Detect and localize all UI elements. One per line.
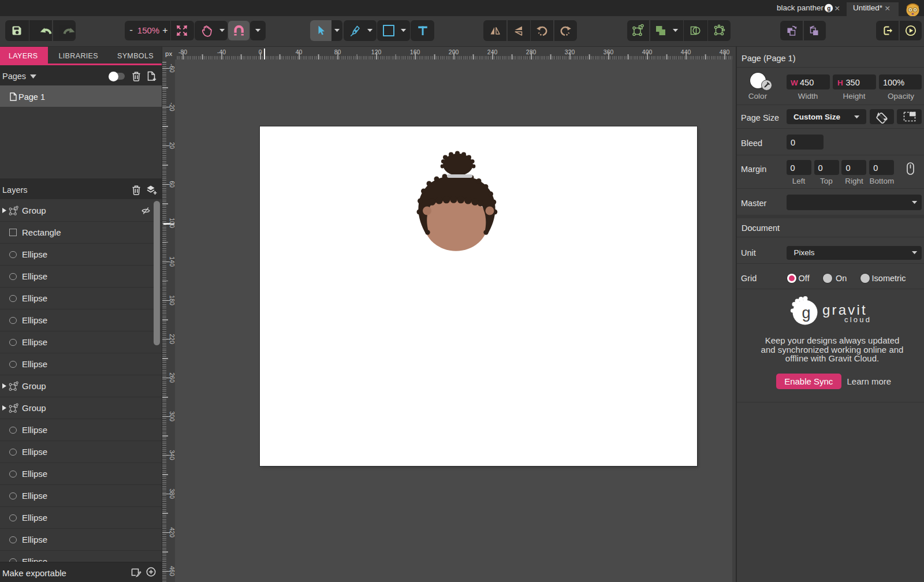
svg-text:g: g — [827, 5, 830, 12]
svg-text:g: g — [802, 304, 810, 322]
